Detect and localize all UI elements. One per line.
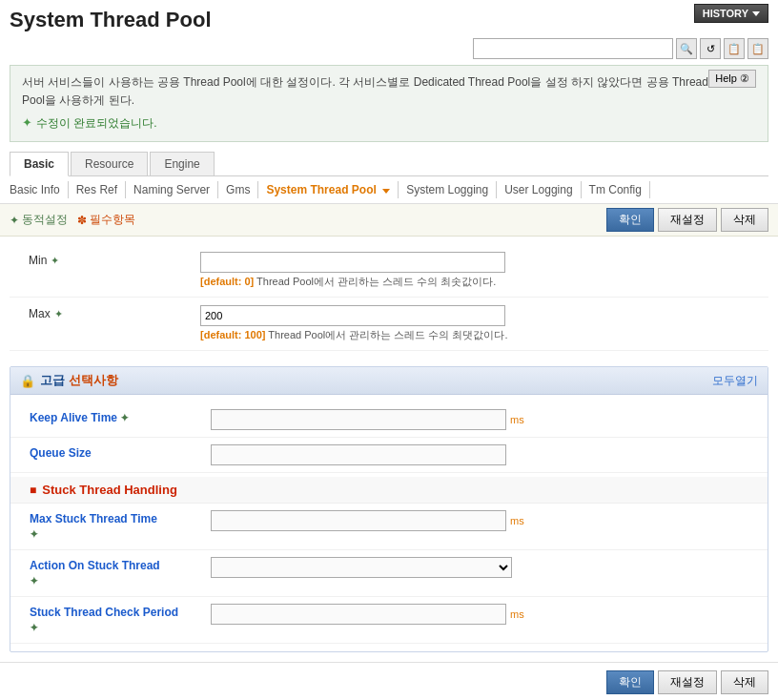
max-value: [default: 100] Thread Pool에서 관리하는 스레드 수의… [200,303,768,344]
copy-button-1[interactable]: 📋 [724,38,745,59]
basic-form-section: Min ✦ [default: 0] Thread Pool에서 관리하는 스레… [0,237,778,359]
bottom-delete-button[interactable]: 삭제 [721,670,768,694]
help-button[interactable]: Help ② [708,70,756,88]
advanced-section: 🔒 고급 선택사항 모두열기 Keep Alive Time ✦ ms Queu… [10,366,768,652]
max-row: Max ✦ [default: 100] Thread Pool에서 관리하는 … [10,298,768,351]
confirm-button[interactable]: 확인 [606,208,654,232]
max-input[interactable] [200,305,505,326]
keep-alive-time-unit: ms [510,414,524,425]
nav-tm-config[interactable]: Tm Config [582,181,650,198]
nav-user-logging[interactable]: User Logging [497,181,581,198]
keep-alive-time-input[interactable] [211,409,506,430]
max-label: Max ✦ [10,303,200,324]
required-icon: ✽ [77,214,87,227]
stuck-icon: ■ [30,484,36,497]
queue-size-row: Queue Size [10,438,768,473]
stuck-thread-check-period-row: Stuck Thread Check Period ✦ ms [10,597,768,644]
search-button[interactable]: 🔍 [676,38,697,59]
queue-size-value [211,443,768,467]
max-stuck-thread-time-label: Max Stuck Thread Time ✦ [10,508,211,545]
reset-button[interactable]: 재설정 [658,208,717,232]
keep-alive-refresh-icon[interactable]: ✦ [120,412,129,423]
required-label: 필수항목 [90,212,135,228]
tab-resource[interactable]: Resource [71,152,148,175]
advanced-title-text: 고급 선택사항 [40,372,118,389]
bottom-reset-button[interactable]: 재설정 [658,670,717,694]
max-stuck-refresh-icon[interactable]: ✦ [30,528,201,541]
min-refresh-icon[interactable]: ✦ [51,255,59,267]
action-on-stuck-thread-row: Action On Stuck Thread ✦ [10,550,768,597]
max-stuck-thread-time-row: Max Stuck Thread Time ✦ ms [10,504,768,550]
stuck-thread-title: Stuck Thread Handling [42,483,177,497]
min-label: Min ✦ [10,250,200,271]
success-icon: ✦ [22,113,32,134]
toolbar-left: ✦ 동적설정 ✽ 필수항목 [10,212,135,228]
nav-system-thread-pool[interactable]: System Thread Pool [258,181,399,198]
max-refresh-icon[interactable]: ✦ [54,308,63,320]
search-bar: 🔍 ↺ 📋 📋 [0,36,778,61]
refresh-badge-icon: ✦ [10,214,19,227]
stuck-thread-check-period-input[interactable] [211,604,506,625]
dynamic-badge: ✦ 동적설정 [10,212,68,228]
search-input[interactable] [473,38,673,59]
action-stuck-refresh-icon[interactable]: ✦ [30,575,201,587]
max-hint: [default: 100] Thread Pool에서 관리하는 스레드 수의… [200,328,768,342]
action-on-stuck-thread-label: Action On Stuck Thread ✦ [10,555,211,591]
success-text: 수정이 완료되었습니다. [36,114,157,133]
min-input[interactable] [200,252,505,273]
required-badge: ✽ 필수항목 [77,212,135,228]
advanced-header: 🔒 고급 선택사항 모두열기 [10,367,768,395]
copy-button-2[interactable]: 📋 [747,38,768,59]
info-description: 서버 서비스들이 사용하는 공용 Thread Pool에 대한 설정이다. 각… [22,73,756,110]
header: HISTORY System Thread Pool [0,0,778,36]
max-stuck-thread-time-value: ms [211,508,768,533]
nav-dropdown-arrow [382,189,390,194]
keep-alive-time-label: Keep Alive Time ✦ [10,407,211,428]
tab-bar: Basic Resource Engine [10,152,768,176]
nav-naming-server[interactable]: Naming Server [126,181,218,198]
keep-alive-time-value: ms [211,407,768,432]
keep-alive-time-row: Keep Alive Time ✦ ms [10,402,768,438]
min-row: Min ✦ [default: 0] Thread Pool에서 관리하는 스레… [10,244,768,298]
advanced-body: Keep Alive Time ✦ ms Queue Size ■ Stuck … [10,395,768,651]
min-hint: [default: 0] Thread Pool에서 관리하는 스레드 수의 최… [200,275,768,289]
stuck-thread-header: ■ Stuck Thread Handling [10,477,768,504]
success-message: ✦ 수정이 완료되었습니다. [22,113,756,134]
delete-button[interactable]: 삭제 [721,208,768,232]
bottom-toolbar: 확인 재설정 삭제 [0,662,778,700]
stuck-thread-check-period-label: Stuck Thread Check Period ✦ [10,602,211,638]
nav-basic-info[interactable]: Basic Info [10,181,69,198]
main-toolbar: ✦ 동적설정 ✽ 필수항목 확인 재설정 삭제 [0,204,778,237]
lock-icon: 🔒 [20,374,35,388]
max-stuck-thread-time-input[interactable] [211,510,506,531]
action-on-stuck-thread-value [211,555,768,580]
min-value: [default: 0] Thread Pool에서 관리하는 스레드 수의 최… [200,250,768,291]
history-button[interactable]: HISTORY [694,4,768,23]
stuck-thread-check-period-value: ms [211,602,768,627]
history-label: HISTORY [703,8,748,19]
tab-engine[interactable]: Engine [150,152,214,175]
expand-all-button[interactable]: 모두열기 [712,373,758,389]
tab-basic[interactable]: Basic [10,152,69,176]
max-stuck-thread-time-unit: ms [510,515,524,526]
dynamic-label: 동적설정 [22,212,68,228]
queue-size-label: Queue Size [10,443,211,463]
history-dropdown-arrow [752,11,760,16]
queue-size-input[interactable] [211,444,506,465]
nav-gms[interactable]: Gms [218,181,258,198]
advanced-title: 🔒 고급 선택사항 [20,372,118,389]
stuck-thread-check-period-unit: ms [510,608,524,620]
info-box: Help ② 서버 서비스들이 사용하는 공용 Thread Pool에 대한 … [10,65,768,142]
action-on-stuck-thread-select[interactable] [211,557,512,578]
bottom-confirm-button[interactable]: 확인 [606,670,654,694]
toolbar-right: 확인 재설정 삭제 [606,208,768,232]
nav-system-logging[interactable]: System Logging [399,181,497,198]
nav-links: Basic Info Res Ref Naming Server Gms Sys… [0,176,778,204]
tabs-container: Basic Resource Engine [0,146,778,176]
nav-res-ref[interactable]: Res Ref [69,181,126,198]
page-title: System Thread Pool [10,8,768,32]
refresh-button[interactable]: ↺ [700,38,721,59]
stuck-period-refresh-icon[interactable]: ✦ [30,622,201,634]
